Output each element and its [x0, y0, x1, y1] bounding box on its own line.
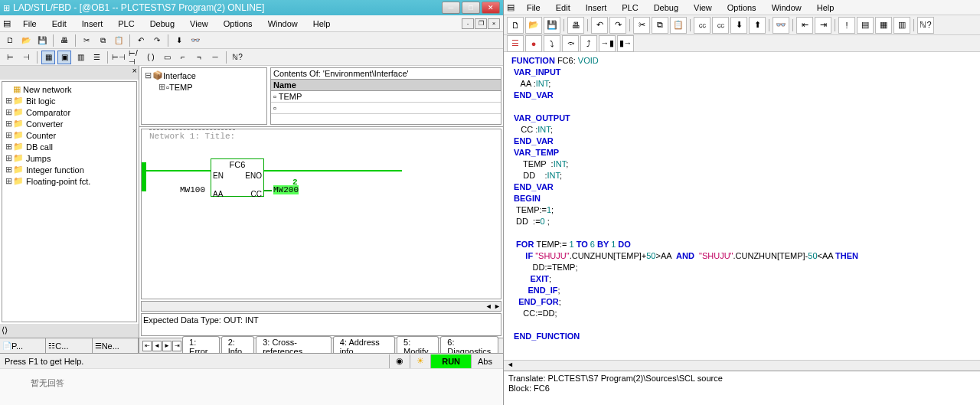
tab-nav-next[interactable]: ►	[162, 341, 172, 351]
menu-insert[interactable]: Insert	[578, 2, 615, 14]
menu-help[interactable]: Help	[809, 2, 842, 14]
new-icon[interactable]: 🗋	[507, 17, 524, 34]
mdi-close[interactable]: ×	[488, 18, 500, 29]
catalog-tab-p[interactable]: 📄P...	[0, 338, 46, 353]
fc6-block[interactable]: FC6 EN ENO AA CC	[211, 158, 264, 197]
indent-in-icon[interactable]: ⇥	[815, 17, 831, 34]
tab-diag[interactable]: 6: Diagnostics	[440, 336, 498, 353]
undo-icon[interactable]: ↶	[591, 17, 608, 34]
menu-plc[interactable]: PLC	[110, 18, 142, 30]
tab-xref[interactable]: 3: Cross-references	[256, 336, 332, 353]
continue-icon[interactable]: →▮	[599, 35, 616, 52]
compile-all-icon[interactable]: ㏄	[712, 17, 729, 34]
tab-nav-prev[interactable]: ◄	[152, 341, 162, 351]
contact-nc-icon[interactable]: ⊢/⊣	[128, 51, 142, 64]
step-over-icon[interactable]: ⤼	[562, 35, 579, 52]
save-icon[interactable]: 💾	[544, 17, 560, 34]
catalog-item[interactable]: ▦New network	[4, 83, 135, 95]
interface-root[interactable]: Interface	[163, 71, 196, 80]
step-into-icon[interactable]: ⤵	[544, 35, 560, 52]
connection-icon[interactable]: ─	[208, 51, 222, 64]
copy-icon[interactable]: ⧉	[652, 17, 668, 34]
catalog-item[interactable]: ⊞📁Bit logic	[4, 95, 135, 106]
catalog-icon[interactable]: ▦	[41, 51, 55, 64]
rung-end-icon[interactable]: ⊣	[19, 51, 33, 64]
menu-insert[interactable]: Insert	[74, 18, 111, 30]
menu-edit[interactable]: Edit	[548, 2, 578, 14]
menu-view[interactable]: View	[686, 2, 720, 14]
view1-icon[interactable]: ▤	[857, 17, 874, 34]
monitor-icon[interactable]: 👓	[188, 34, 202, 47]
contact-no-icon[interactable]: ⊢⊣	[112, 51, 126, 64]
catalog-item[interactable]: ⊞📁Integer function	[4, 164, 135, 175]
paste-icon[interactable]: 📋	[670, 17, 687, 34]
tab-info[interactable]: 2: Info	[221, 336, 255, 353]
run-to-icon[interactable]: ▮→	[617, 35, 634, 52]
tab-addr[interactable]: 4: Address info.	[333, 336, 395, 353]
download-icon[interactable]: ⬇	[730, 17, 747, 34]
download-icon[interactable]: ⬇	[172, 34, 186, 47]
menu-options[interactable]: Options	[720, 2, 764, 14]
menu-view[interactable]: View	[182, 18, 216, 30]
name-cell[interactable]: ▫ TEMP	[271, 91, 501, 103]
copy-icon[interactable]: ⧉	[96, 34, 109, 47]
catalog-item[interactable]: ⊞📁Counter	[4, 129, 135, 141]
tab-nav-last[interactable]: ⇥	[172, 341, 181, 351]
step-out-icon[interactable]: ⤴	[580, 35, 597, 52]
maximize-button[interactable]: □	[462, 2, 480, 14]
new-icon[interactable]: 🗋	[3, 34, 17, 47]
mdi-restore[interactable]: ❐	[475, 18, 487, 29]
print-icon[interactable]: 🖶	[57, 34, 71, 47]
catalog-item[interactable]: ⊞📁DB call	[4, 141, 135, 152]
hscroll-left-icon[interactable]: ◄	[504, 361, 517, 371]
paste-icon[interactable]: 📋	[112, 34, 126, 47]
breakpoint-toggle-icon[interactable]: ●	[525, 35, 542, 52]
minimize-button[interactable]: ─	[442, 2, 460, 14]
catalog-item[interactable]: ⊞📁Floating-point fct.	[4, 175, 135, 187]
open-icon[interactable]: 📂	[19, 34, 33, 47]
detail-icon[interactable]: ▥	[74, 51, 87, 64]
upload-icon[interactable]: ⬆	[749, 17, 766, 34]
system-menu-icon[interactable]: ▤	[507, 2, 514, 12]
catalog-item[interactable]: ⊞📁Comparator	[4, 106, 135, 118]
cut-icon[interactable]: ✂	[80, 34, 93, 47]
redo-icon[interactable]: ↷	[609, 17, 626, 34]
menu-help[interactable]: Help	[305, 18, 338, 30]
catalog-item[interactable]: ⊞📁Converter	[4, 118, 135, 129]
view2-icon[interactable]: ▦	[875, 17, 892, 34]
titlebar[interactable]: ⊞ LAD/STL/FBD - [@OB1 -- PLCTEST\S7 Prog…	[0, 0, 503, 15]
tree-nav-icon[interactable]: ⟨⟩	[2, 325, 8, 336]
open-icon[interactable]: 📂	[525, 17, 542, 34]
box-icon[interactable]: ▭	[160, 51, 174, 64]
menu-debug[interactable]: Debug	[142, 18, 182, 30]
cut-icon[interactable]: ✂	[633, 17, 650, 34]
print-icon[interactable]: 🖶	[567, 17, 584, 34]
coil-icon[interactable]: ( )	[144, 51, 158, 64]
menu-options[interactable]: Options	[216, 18, 260, 30]
catalog-tab-ne[interactable]: ☰Ne...	[93, 338, 139, 353]
menu-window[interactable]: Window	[764, 2, 809, 14]
branch-open-icon[interactable]: ⌐	[176, 51, 190, 64]
tab-modify[interactable]: 5: Modify	[397, 336, 439, 353]
network-canvas[interactable]: Network 1: Title: FC6 EN ENO AA CC MW100…	[141, 129, 501, 299]
menu-debug[interactable]: Debug	[646, 2, 686, 14]
branch-close-icon[interactable]: ¬	[192, 51, 206, 64]
rung-start-icon[interactable]: ⊢	[3, 51, 17, 64]
label-mw100[interactable]: MW100	[180, 185, 205, 194]
undo-icon[interactable]: ↶	[134, 34, 148, 47]
code-editor[interactable]: FUNCTION FC6: VOID VAR_INPUT AA :INT; EN…	[504, 52, 980, 360]
monitor-icon[interactable]: 👓	[773, 17, 789, 34]
indent-out-icon[interactable]: ⇤	[796, 17, 813, 34]
compile-icon[interactable]: ㏄	[694, 17, 710, 34]
menu-edit[interactable]: Edit	[44, 18, 74, 30]
empty-cell[interactable]: ▫	[271, 103, 501, 114]
catalog-item[interactable]: ⊞📁Jumps	[4, 152, 135, 164]
menu-file[interactable]: File	[15, 18, 44, 30]
bookmark-icon[interactable]: !	[838, 17, 855, 34]
breakpoint-list-icon[interactable]: ☰	[507, 35, 524, 52]
interface-temp[interactable]: TEMP	[169, 83, 193, 92]
catalog-close-icon[interactable]: ×	[132, 66, 137, 80]
tab-nav-first[interactable]: ⇤	[142, 341, 152, 351]
menu-window[interactable]: Window	[260, 18, 305, 30]
mdi-minimize[interactable]: -	[462, 18, 474, 29]
